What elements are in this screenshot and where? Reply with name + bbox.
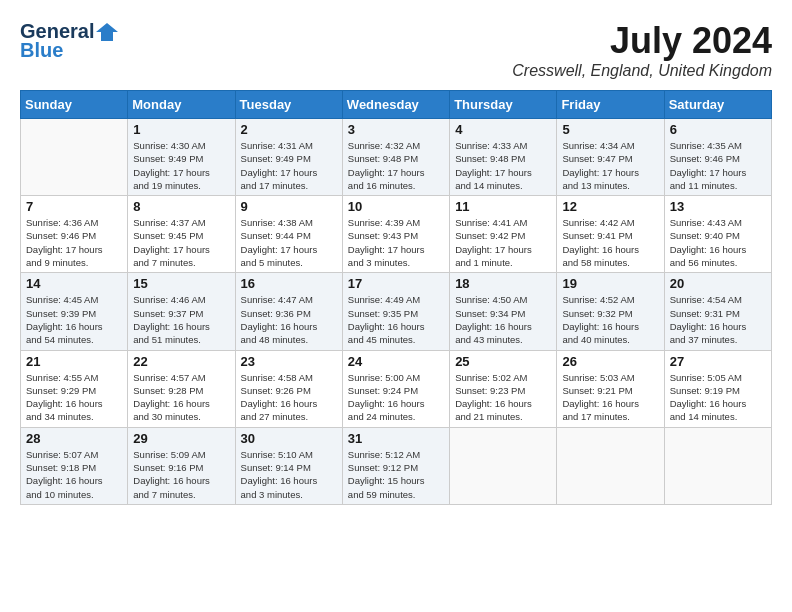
day-number: 30 [241,431,337,446]
calendar-cell: 24Sunrise: 5:00 AM Sunset: 9:24 PM Dayli… [342,350,449,427]
day-number: 15 [133,276,229,291]
day-info: Sunrise: 4:33 AM Sunset: 9:48 PM Dayligh… [455,139,551,192]
day-number: 12 [562,199,658,214]
header-saturday: Saturday [664,91,771,119]
day-info: Sunrise: 4:39 AM Sunset: 9:43 PM Dayligh… [348,216,444,269]
calendar-cell: 6Sunrise: 4:35 AM Sunset: 9:46 PM Daylig… [664,119,771,196]
day-info: Sunrise: 5:12 AM Sunset: 9:12 PM Dayligh… [348,448,444,501]
logo-blue: Blue [20,39,63,62]
day-number: 8 [133,199,229,214]
day-number: 6 [670,122,766,137]
day-number: 20 [670,276,766,291]
day-info: Sunrise: 4:58 AM Sunset: 9:26 PM Dayligh… [241,371,337,424]
day-number: 24 [348,354,444,369]
day-number: 27 [670,354,766,369]
day-number: 21 [26,354,122,369]
calendar-week-3: 14Sunrise: 4:45 AM Sunset: 9:39 PM Dayli… [21,273,772,350]
day-info: Sunrise: 4:34 AM Sunset: 9:47 PM Dayligh… [562,139,658,192]
day-info: Sunrise: 4:30 AM Sunset: 9:49 PM Dayligh… [133,139,229,192]
calendar-cell: 5Sunrise: 4:34 AM Sunset: 9:47 PM Daylig… [557,119,664,196]
day-info: Sunrise: 4:41 AM Sunset: 9:42 PM Dayligh… [455,216,551,269]
calendar-cell: 4Sunrise: 4:33 AM Sunset: 9:48 PM Daylig… [450,119,557,196]
calendar-cell: 16Sunrise: 4:47 AM Sunset: 9:36 PM Dayli… [235,273,342,350]
day-info: Sunrise: 5:00 AM Sunset: 9:24 PM Dayligh… [348,371,444,424]
calendar-cell: 13Sunrise: 4:43 AM Sunset: 9:40 PM Dayli… [664,196,771,273]
day-info: Sunrise: 4:57 AM Sunset: 9:28 PM Dayligh… [133,371,229,424]
day-info: Sunrise: 4:38 AM Sunset: 9:44 PM Dayligh… [241,216,337,269]
calendar-cell: 18Sunrise: 4:50 AM Sunset: 9:34 PM Dayli… [450,273,557,350]
calendar-cell: 12Sunrise: 4:42 AM Sunset: 9:41 PM Dayli… [557,196,664,273]
calendar-cell [21,119,128,196]
day-info: Sunrise: 4:45 AM Sunset: 9:39 PM Dayligh… [26,293,122,346]
calendar-cell: 8Sunrise: 4:37 AM Sunset: 9:45 PM Daylig… [128,196,235,273]
day-info: Sunrise: 5:05 AM Sunset: 9:19 PM Dayligh… [670,371,766,424]
header-thursday: Thursday [450,91,557,119]
calendar-table: SundayMondayTuesdayWednesdayThursdayFrid… [20,90,772,505]
calendar-cell: 27Sunrise: 5:05 AM Sunset: 9:19 PM Dayli… [664,350,771,427]
calendar-cell: 17Sunrise: 4:49 AM Sunset: 9:35 PM Dayli… [342,273,449,350]
calendar-header-row: SundayMondayTuesdayWednesdayThursdayFrid… [21,91,772,119]
calendar-cell: 25Sunrise: 5:02 AM Sunset: 9:23 PM Dayli… [450,350,557,427]
day-info: Sunrise: 4:43 AM Sunset: 9:40 PM Dayligh… [670,216,766,269]
calendar-cell: 26Sunrise: 5:03 AM Sunset: 9:21 PM Dayli… [557,350,664,427]
calendar-cell: 28Sunrise: 5:07 AM Sunset: 9:18 PM Dayli… [21,427,128,504]
day-info: Sunrise: 4:49 AM Sunset: 9:35 PM Dayligh… [348,293,444,346]
day-number: 23 [241,354,337,369]
day-info: Sunrise: 5:03 AM Sunset: 9:21 PM Dayligh… [562,371,658,424]
day-number: 16 [241,276,337,291]
calendar-cell: 2Sunrise: 4:31 AM Sunset: 9:49 PM Daylig… [235,119,342,196]
day-info: Sunrise: 5:07 AM Sunset: 9:18 PM Dayligh… [26,448,122,501]
calendar-week-2: 7Sunrise: 4:36 AM Sunset: 9:46 PM Daylig… [21,196,772,273]
day-info: Sunrise: 4:50 AM Sunset: 9:34 PM Dayligh… [455,293,551,346]
title-block: July 2024 Cresswell, England, United Kin… [512,20,772,80]
calendar-cell: 14Sunrise: 4:45 AM Sunset: 9:39 PM Dayli… [21,273,128,350]
day-info: Sunrise: 4:46 AM Sunset: 9:37 PM Dayligh… [133,293,229,346]
calendar-week-5: 28Sunrise: 5:07 AM Sunset: 9:18 PM Dayli… [21,427,772,504]
day-number: 28 [26,431,122,446]
day-info: Sunrise: 4:37 AM Sunset: 9:45 PM Dayligh… [133,216,229,269]
day-number: 18 [455,276,551,291]
calendar-body: 1Sunrise: 4:30 AM Sunset: 9:49 PM Daylig… [21,119,772,505]
calendar-cell: 31Sunrise: 5:12 AM Sunset: 9:12 PM Dayli… [342,427,449,504]
calendar-cell: 11Sunrise: 4:41 AM Sunset: 9:42 PM Dayli… [450,196,557,273]
day-info: Sunrise: 4:55 AM Sunset: 9:29 PM Dayligh… [26,371,122,424]
calendar-cell: 20Sunrise: 4:54 AM Sunset: 9:31 PM Dayli… [664,273,771,350]
logo-bird-icon [96,23,118,41]
day-number: 22 [133,354,229,369]
header-wednesday: Wednesday [342,91,449,119]
header-sunday: Sunday [21,91,128,119]
calendar-cell [450,427,557,504]
day-number: 5 [562,122,658,137]
calendar-cell: 23Sunrise: 4:58 AM Sunset: 9:26 PM Dayli… [235,350,342,427]
calendar-cell: 3Sunrise: 4:32 AM Sunset: 9:48 PM Daylig… [342,119,449,196]
calendar-week-4: 21Sunrise: 4:55 AM Sunset: 9:29 PM Dayli… [21,350,772,427]
day-info: Sunrise: 4:52 AM Sunset: 9:32 PM Dayligh… [562,293,658,346]
day-info: Sunrise: 4:31 AM Sunset: 9:49 PM Dayligh… [241,139,337,192]
calendar-cell: 29Sunrise: 5:09 AM Sunset: 9:16 PM Dayli… [128,427,235,504]
svg-marker-0 [96,23,118,41]
day-number: 3 [348,122,444,137]
day-info: Sunrise: 4:32 AM Sunset: 9:48 PM Dayligh… [348,139,444,192]
calendar-week-1: 1Sunrise: 4:30 AM Sunset: 9:49 PM Daylig… [21,119,772,196]
day-number: 13 [670,199,766,214]
day-number: 7 [26,199,122,214]
day-number: 26 [562,354,658,369]
day-number: 29 [133,431,229,446]
day-number: 19 [562,276,658,291]
calendar-cell: 9Sunrise: 4:38 AM Sunset: 9:44 PM Daylig… [235,196,342,273]
day-info: Sunrise: 4:36 AM Sunset: 9:46 PM Dayligh… [26,216,122,269]
calendar-cell: 22Sunrise: 4:57 AM Sunset: 9:28 PM Dayli… [128,350,235,427]
day-number: 4 [455,122,551,137]
day-info: Sunrise: 5:02 AM Sunset: 9:23 PM Dayligh… [455,371,551,424]
day-number: 9 [241,199,337,214]
header-monday: Monday [128,91,235,119]
calendar-cell [664,427,771,504]
day-number: 11 [455,199,551,214]
day-info: Sunrise: 4:42 AM Sunset: 9:41 PM Dayligh… [562,216,658,269]
day-info: Sunrise: 4:47 AM Sunset: 9:36 PM Dayligh… [241,293,337,346]
logo: General Blue [20,20,118,62]
day-number: 14 [26,276,122,291]
day-number: 2 [241,122,337,137]
day-number: 17 [348,276,444,291]
day-number: 31 [348,431,444,446]
